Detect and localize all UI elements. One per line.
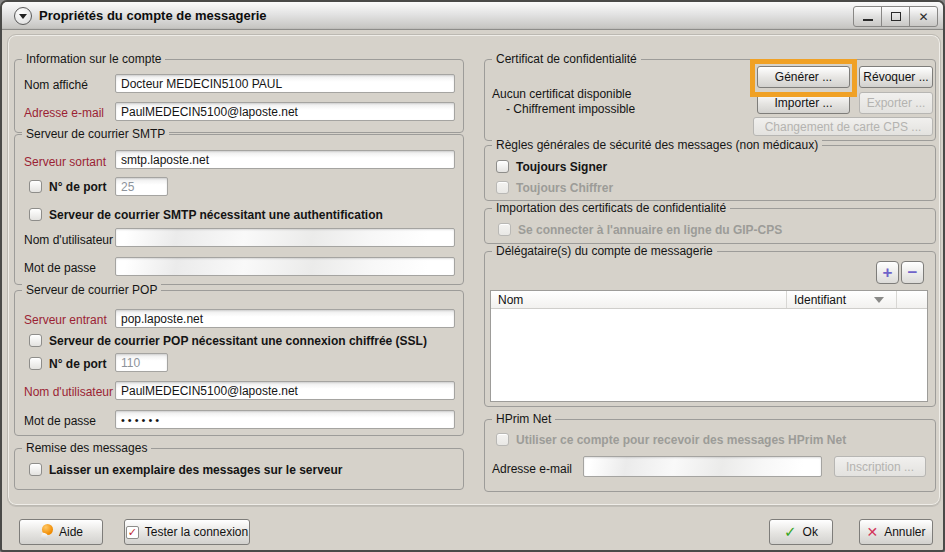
display-name-label: Nom affiché [24, 78, 88, 92]
plus-icon: + [883, 264, 893, 281]
green-check-icon: ✓ [784, 523, 797, 541]
pop-password-input[interactable] [115, 410, 455, 429]
cps-card-change-button: Changement de carte CPS ... [753, 117, 933, 136]
revoke-certificate-button[interactable]: Révoquer ... [859, 66, 933, 88]
hprim-use-account-label: Utiliser ce compte pour recevoir des mes… [516, 433, 846, 447]
close-button[interactable]: ✕ [909, 6, 938, 27]
group-delivery-legend: Remise des messages [22, 441, 151, 455]
dialog-title: Propriétés du compte de messagerie [39, 8, 267, 23]
pop-username-label: Nom d'utilisateur [24, 385, 113, 399]
group-delegates-legend: Délégataire(s) du compte de messagerie [492, 244, 717, 258]
chevron-down-icon [19, 14, 27, 19]
delegates-table: Nom Identifiant [490, 290, 928, 402]
display-name-input[interactable] [115, 74, 455, 93]
group-certificate-legend: Certificat de confidentialité [492, 52, 641, 66]
generate-certificate-button[interactable]: Générer ... [757, 66, 850, 88]
email-label: Adresse e-mail [24, 106, 104, 120]
column-header-identifiant[interactable]: Identifiant [786, 291, 896, 308]
export-certificate-button: Exporter ... [859, 92, 933, 114]
smtp-password-label: Mot de passe [24, 261, 96, 275]
cancel-button[interactable]: ✕ Annuler [859, 519, 933, 545]
group-cert-import-legend: Importation des certificats de confident… [492, 201, 730, 215]
always-encrypt-label: Toujours Chiffrer [516, 181, 613, 195]
keep-copy-label: Laisser un exemplaire des messages sur l… [49, 463, 343, 477]
pop-port-label: N° de port [49, 357, 106, 371]
remove-delegate-button[interactable]: − [901, 261, 924, 284]
sort-indicator-icon [874, 297, 884, 303]
smtp-outgoing-label: Serveur sortant [24, 155, 106, 169]
pop-incoming-label: Serveur entrant [24, 313, 107, 327]
pop-username-input[interactable] [115, 381, 455, 400]
maximize-icon [891, 12, 901, 21]
title-bar: Propriétés du compte de messagerie ✕ [2, 2, 943, 30]
pop-ssl-checkbox[interactable] [29, 334, 42, 347]
certificate-status-line1: Aucun certificat disponible [492, 87, 631, 101]
account-properties-dialog: Propriétés du compte de messagerie ✕ Inf… [0, 0, 945, 552]
connect-directory-checkbox [498, 223, 511, 236]
hprim-use-account-checkbox [496, 433, 509, 446]
minimize-button[interactable] [853, 6, 882, 27]
smtp-outgoing-input[interactable] [115, 150, 455, 169]
close-icon: ✕ [918, 11, 928, 23]
help-button[interactable]: Aide [19, 519, 103, 545]
help-pin-icon [39, 524, 53, 540]
pop-password-label: Mot de passe [24, 414, 96, 428]
group-pop-legend: Serveur de courrier POP [22, 283, 161, 297]
smtp-username-label: Nom d'utilisateur [24, 233, 113, 247]
minimize-icon [863, 13, 873, 21]
add-delegate-button[interactable]: + [876, 261, 899, 284]
group-smtp-legend: Serveur de courrier SMTP [22, 127, 169, 141]
maximize-button[interactable] [881, 6, 910, 27]
red-x-icon: ✕ [866, 524, 878, 540]
hprim-email-label: Adresse e-mail [492, 462, 572, 476]
smtp-port-checkbox[interactable] [29, 180, 42, 193]
collapse-dialog-button[interactable] [14, 7, 32, 25]
checked-box-icon: ✓ [126, 526, 139, 539]
column-header-spacer [896, 291, 927, 308]
window-controls: ✕ [854, 6, 938, 27]
column-header-nom[interactable]: Nom [491, 291, 786, 308]
delegates-table-body [491, 309, 927, 402]
keep-copy-checkbox[interactable] [29, 463, 42, 476]
hprim-email-input [583, 456, 822, 477]
pop-port-checkbox[interactable] [29, 357, 42, 370]
smtp-port-label: N° de port [49, 180, 106, 194]
group-account-info: Information sur le compte [14, 59, 464, 133]
always-sign-checkbox[interactable] [496, 160, 509, 173]
smtp-username-input [115, 228, 455, 247]
ok-button[interactable]: ✓ Ok [769, 519, 833, 545]
group-hprim-legend: HPrim Net [492, 412, 555, 426]
certificate-status-line2: - Chiffrement impossible [506, 102, 635, 116]
smtp-port-input [115, 177, 168, 196]
minus-icon: − [908, 264, 918, 281]
delegates-table-header: Nom Identifiant [491, 291, 927, 309]
always-encrypt-checkbox [496, 181, 509, 194]
pop-port-input [115, 353, 168, 372]
smtp-auth-checkbox[interactable] [29, 208, 42, 221]
hprim-register-button: Inscription ... [834, 456, 926, 477]
smtp-auth-label: Serveur de courrier SMTP nécessitant une… [49, 208, 383, 222]
group-security-rules-legend: Règles générales de sécurité des message… [492, 138, 822, 152]
email-input[interactable] [115, 102, 455, 121]
pop-incoming-input[interactable] [115, 309, 455, 328]
group-account-info-legend: Information sur le compte [22, 52, 165, 66]
pop-ssl-label: Serveur de courrier POP nécessitant une … [49, 334, 427, 348]
test-connection-button[interactable]: ✓ Tester la connexion [124, 519, 250, 545]
connect-directory-label: Se connecter à l'annuaire en ligne du GI… [518, 223, 782, 237]
always-sign-label: Toujours Signer [516, 160, 607, 174]
smtp-password-input [115, 257, 455, 276]
